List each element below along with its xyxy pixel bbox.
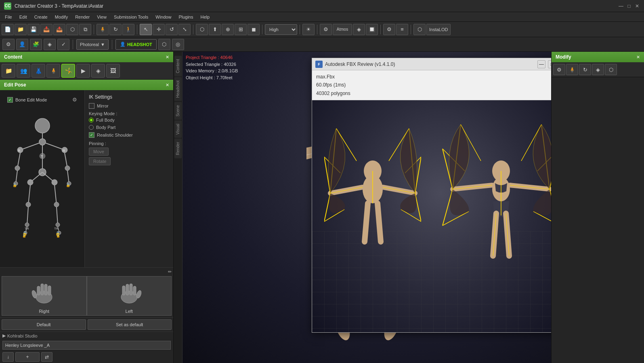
modify-icon-e[interactable]: ⬡ bbox=[605, 64, 617, 75]
tool-g[interactable]: ◈ bbox=[353, 24, 365, 35]
content-icon-body[interactable]: 🧍 bbox=[46, 64, 60, 78]
render-tab[interactable]: Render bbox=[174, 139, 182, 158]
tool-b[interactable]: ⬆ bbox=[209, 24, 221, 35]
instalod-button[interactable]: InstaLOD bbox=[426, 24, 451, 35]
body-part-radio[interactable] bbox=[89, 125, 94, 130]
mirror-checkbox[interactable] bbox=[89, 103, 94, 109]
tool-i[interactable]: ⚙ bbox=[383, 24, 395, 35]
menu-modify[interactable]: Modify bbox=[52, 14, 71, 20]
modify-icon-c[interactable]: ↻ bbox=[579, 64, 591, 75]
download-icon-btn[interactable]: ↓ bbox=[2, 352, 14, 362]
minimize-button[interactable]: — bbox=[618, 3, 624, 9]
tool2-a[interactable]: ⚙ bbox=[2, 39, 15, 50]
menu-view[interactable]: View bbox=[94, 14, 110, 20]
tool2-d[interactable]: ◈ bbox=[44, 39, 56, 50]
tool2-c[interactable]: 🧩 bbox=[30, 39, 42, 50]
content-icon-texture[interactable]: 🖼 bbox=[106, 64, 120, 78]
hand-edit-icon[interactable]: ✏ bbox=[168, 269, 172, 274]
menu-help[interactable]: Help bbox=[197, 14, 213, 20]
move-button[interactable]: ✛ bbox=[153, 24, 165, 35]
svg-text:TR: TR bbox=[25, 227, 29, 230]
add-icon-btn[interactable]: + bbox=[15, 352, 40, 362]
maximize-button[interactable]: □ bbox=[626, 3, 632, 9]
tool-a[interactable]: ⬡ bbox=[196, 24, 208, 35]
menu-file[interactable]: File bbox=[2, 14, 15, 20]
menu-bar: File Edit Create Modify Render View Subm… bbox=[0, 12, 644, 22]
tool6[interactable]: ⧉ bbox=[79, 24, 91, 35]
addon-row: ▶ Kohlrabi Studio bbox=[0, 331, 173, 340]
menu-window[interactable]: Window bbox=[152, 14, 174, 20]
modify-close-icon[interactable]: ✕ bbox=[636, 55, 640, 60]
headshot-extra2[interactable]: ◎ bbox=[172, 39, 184, 50]
left-hand-box[interactable]: Left bbox=[87, 276, 172, 316]
visual-tab[interactable]: Visual bbox=[174, 120, 182, 138]
svg-line-23 bbox=[27, 207, 28, 225]
bone-edit-checkbox[interactable]: ✓ bbox=[7, 97, 13, 103]
tool5[interactable]: ⬡ bbox=[66, 24, 78, 35]
content-icon-pose[interactable]: 🤸 bbox=[61, 64, 75, 78]
fbx-minimize-button[interactable]: — bbox=[537, 60, 545, 68]
headshot-extra[interactable]: ⬡ bbox=[158, 39, 170, 50]
import-button[interactable]: 📥 bbox=[40, 24, 52, 35]
content-icon-clothe[interactable]: 👗 bbox=[31, 64, 45, 78]
svg-point-22 bbox=[26, 202, 31, 207]
tool-h[interactable]: 🔲 bbox=[366, 24, 378, 35]
set-as-default-button[interactable]: Set as default bbox=[88, 319, 172, 330]
save-button[interactable]: 💾 bbox=[27, 24, 40, 35]
modify-icon-a[interactable]: ⚙ bbox=[553, 64, 565, 75]
tool-k[interactable]: ⬡ bbox=[413, 24, 426, 35]
headshot-tab[interactable]: Headshot bbox=[174, 77, 182, 101]
pose-button[interactable]: 🧍 bbox=[96, 24, 109, 35]
bone-edit-gear-icon[interactable]: ⚙ bbox=[72, 97, 77, 103]
fbx-maximize-button[interactable]: □ bbox=[548, 60, 551, 68]
menu-render[interactable]: Render bbox=[72, 14, 93, 20]
open-button[interactable]: 📁 bbox=[15, 24, 27, 35]
content-icon-folder[interactable]: 📁 bbox=[2, 64, 15, 78]
svg-point-27 bbox=[52, 179, 57, 185]
tool-d[interactable]: ⊞ bbox=[235, 24, 247, 35]
content-close-icon[interactable]: ✕ bbox=[166, 55, 169, 60]
rotate-btn[interactable]: ↺ bbox=[166, 24, 178, 35]
rotate-button[interactable]: ↻ bbox=[109, 24, 122, 35]
realistic-shoulder-checkbox[interactable]: ✓ bbox=[89, 132, 94, 138]
link-icon-btn[interactable]: ⇄ bbox=[41, 352, 52, 362]
photoreal-arrow: ▼ bbox=[101, 42, 105, 47]
right-hand-box[interactable]: Right bbox=[2, 276, 87, 316]
viewport: Project Triangle : 40646 Selected Triang… bbox=[183, 52, 551, 363]
content-icon-people[interactable]: 👥 bbox=[17, 64, 30, 78]
menu-edit[interactable]: Edit bbox=[16, 14, 30, 20]
modify-icon-b[interactable]: 🧍 bbox=[566, 64, 578, 75]
tool-f[interactable]: ⚙ bbox=[320, 24, 332, 35]
headshot-button[interactable]: 👤 HEADSHOT bbox=[115, 39, 157, 50]
tool-e[interactable]: ◼ bbox=[248, 24, 260, 35]
quality-select[interactable]: High Medium Low bbox=[265, 24, 297, 35]
sun-button[interactable]: ☀ bbox=[302, 24, 315, 35]
scale-button[interactable]: ⤡ bbox=[178, 24, 191, 35]
menu-plugins[interactable]: Plugins bbox=[175, 14, 196, 20]
select-button[interactable]: ↖ bbox=[140, 24, 152, 35]
tool-j[interactable]: ≡ bbox=[396, 24, 408, 35]
content-tab[interactable]: Content bbox=[174, 56, 182, 76]
edit-pose-close-icon[interactable]: ✕ bbox=[166, 82, 169, 88]
addon-item-input[interactable] bbox=[2, 341, 171, 350]
modify-icon-d[interactable]: ◈ bbox=[592, 64, 604, 75]
full-body-radio[interactable] bbox=[89, 118, 94, 122]
photoreal-button[interactable]: Photoreal ▼ bbox=[76, 39, 109, 50]
atmos-button[interactable]: Atmos bbox=[333, 24, 352, 35]
addon-expand-icon[interactable]: ▶ bbox=[2, 333, 6, 338]
walk-button[interactable]: 🚶 bbox=[122, 24, 134, 35]
skeleton-container: 🔒 🔒 R R T TR TR 🔒 🔒 bbox=[10, 105, 75, 263]
default-button[interactable]: Default bbox=[2, 319, 86, 330]
close-button[interactable]: ✕ bbox=[634, 3, 640, 9]
content-icon-anim[interactable]: ▶ bbox=[76, 64, 90, 78]
toolbar-secondary: ⚙ 👤 🧩 ◈ ✓ Photoreal ▼ 👤 HEADSHOT ⬡ ◎ bbox=[0, 37, 644, 52]
menu-create[interactable]: Create bbox=[31, 14, 51, 20]
content-icon-morph[interactable]: ◈ bbox=[91, 64, 105, 78]
menu-submission-tools[interactable]: Submission Tools bbox=[111, 14, 151, 20]
tool2-e[interactable]: ✓ bbox=[57, 39, 69, 50]
tool-c[interactable]: ⊕ bbox=[222, 24, 234, 35]
tool2-b[interactable]: 👤 bbox=[16, 39, 28, 50]
scene-tab[interactable]: Scene bbox=[174, 102, 182, 120]
new-button[interactable]: 📄 bbox=[2, 24, 14, 35]
export-button[interactable]: 📤 bbox=[53, 24, 65, 35]
